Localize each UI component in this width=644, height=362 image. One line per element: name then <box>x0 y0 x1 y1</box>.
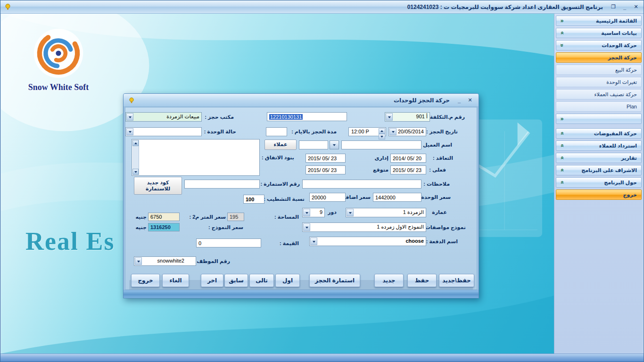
booking-office-combobox[interactable]: مبيعات الزمردة <box>125 112 202 122</box>
amount-input[interactable]: 0 <box>196 239 261 247</box>
chevron-down-icon[interactable] <box>303 223 310 231</box>
model-price-currency: جنيه <box>135 224 147 230</box>
booking-days-label: مدة الحجز بالايام : <box>291 129 337 135</box>
cost-number-label: رقم م.التكلفة : <box>427 114 465 120</box>
scroll-up-icon[interactable] <box>132 140 139 146</box>
unit-price-input[interactable]: 1442000 <box>373 193 421 202</box>
sidebar-item-client-refunds[interactable]: استرداد للعملاء <box>556 140 642 151</box>
dialog-footer <box>124 290 479 298</box>
building-combobox[interactable]: الزمردة 1 <box>346 208 426 217</box>
client-name-input[interactable] <box>341 140 421 149</box>
unit-status-combobox[interactable] <box>125 127 202 136</box>
window-controls: ❐ _ ✕ <box>609 3 641 11</box>
sidebar-item-main-menu[interactable]: القائمة الرئيسية <box>556 16 642 26</box>
sidebar-item-plan[interactable]: Plan <box>556 101 642 112</box>
notes-input[interactable] <box>302 180 421 189</box>
spec-model-value: النموذج الاول زمرده 1 <box>377 224 424 230</box>
sidebar-item-sale-movement[interactable]: حركة البيع <box>556 65 642 75</box>
scrollbar[interactable] <box>132 140 139 175</box>
dialog-icon <box>127 96 136 105</box>
area-value: 195 <box>230 214 238 220</box>
booking-time-value: 12:00 P <box>351 129 369 134</box>
client-name-label: اسم العميل : <box>420 142 452 148</box>
employee-number-label: رقم الموظف : <box>193 258 230 264</box>
booking-dialog: حركة الحجز للوحدات _ ✕ رقم م.التكلفة : 9… <box>123 93 479 298</box>
chevron-down-icon[interactable] <box>310 238 317 245</box>
finishing-input[interactable]: 100 <box>243 195 264 204</box>
clients-button-label: عملاء <box>274 141 288 148</box>
chevron-down-icon[interactable] <box>135 257 142 265</box>
sidebar-item-reports[interactable]: تقارير <box>556 153 642 163</box>
next-button[interactable]: تالى <box>249 274 274 287</box>
time-spinner-buttons[interactable] <box>379 128 385 135</box>
floor-combobox[interactable]: 9 <box>302 208 325 217</box>
sidebar-item-client-classification[interactable]: حركة تصنيف العملاء <box>556 89 642 99</box>
previous-button[interactable]: سابق <box>224 274 248 287</box>
extra-price-input[interactable]: 20000 <box>309 193 346 202</box>
form-number-input[interactable] <box>184 180 260 189</box>
sidebar-item-unit-changes[interactable]: تغيرات الوحدة <box>556 77 642 87</box>
spec-model-combobox[interactable]: النموذج الاول زمرده 1 <box>302 222 426 232</box>
clients-button[interactable]: عملاء <box>264 140 297 150</box>
contract-admin-date-input[interactable]: 2015/ 05/ 23 <box>305 154 346 163</box>
chevron-down-icon[interactable] <box>386 113 393 121</box>
unit-code-combobox[interactable]: 901 أ <box>385 112 430 122</box>
expected-date-input[interactable]: 2015/ 05/ 23 <box>305 165 346 174</box>
client-dropdown-button[interactable] <box>330 140 339 149</box>
scroll-down-icon[interactable] <box>132 169 139 175</box>
sidebar-item-label: Plan <box>627 104 637 109</box>
employee-combobox[interactable]: snowwhite2 <box>134 256 196 266</box>
meter-price-value: 6750 <box>150 214 162 220</box>
actual-date-input[interactable]: 2015/ 05/ 23 <box>390 165 426 174</box>
cost-code-input[interactable]: 12210130131 <box>267 112 347 121</box>
booking-time-spinner[interactable]: 12:00 P <box>348 127 386 136</box>
spec-model-label: نموذج مواصفات : <box>422 224 466 230</box>
app-icon <box>3 3 12 11</box>
booking-form-label: استمارة الحجز <box>315 277 355 284</box>
chevron-down-icon[interactable] <box>303 209 310 216</box>
booking-form-button[interactable]: استمارة الحجز <box>309 274 360 287</box>
booking-date-picker[interactable]: 20/05/2014 <box>388 127 426 136</box>
sidebar-item-label: حركة البيع <box>615 67 637 73</box>
chevron-down-icon[interactable] <box>347 209 354 216</box>
chevron-down-icon[interactable] <box>126 113 133 121</box>
contract-date-input[interactable]: 2014/ 05/ 20 <box>390 154 426 163</box>
meter-price-currency: جنيه <box>135 214 147 220</box>
first-button[interactable]: اول <box>275 274 300 287</box>
close-button[interactable]: ✕ <box>631 3 641 11</box>
exit-button[interactable]: خروج <box>131 274 160 287</box>
dialog-body: رقم م.التكلفة : 901 أ 12210130131 مكتب ح… <box>125 107 477 290</box>
chevron-down-icon[interactable] <box>126 128 133 135</box>
agreement-terms-textarea[interactable] <box>132 139 260 176</box>
minimize-button[interactable]: _ <box>620 3 629 11</box>
dialog-minimize-button[interactable]: _ <box>454 97 464 104</box>
save-label: حفظ <box>415 277 429 284</box>
sidebar-item-units-movement[interactable]: حركة الوحدات <box>556 40 642 50</box>
save-new-button[interactable]: حفظ\جديد <box>439 274 474 287</box>
sidebar-item-basic-data[interactable]: بيانات اساسية <box>556 28 642 38</box>
model-price-input: 1316250 <box>148 223 180 231</box>
new-button[interactable]: جديد <box>374 274 404 287</box>
last-button[interactable]: اخر <box>201 274 223 287</box>
sidebar-collapse-row[interactable] <box>556 114 642 124</box>
cancel-button[interactable]: الغاء <box>162 274 189 287</box>
booking-days-input[interactable] <box>266 127 287 136</box>
amount-label: القيمة : <box>280 240 299 247</box>
sidebar-item-supervision[interactable]: الاشراف على البرنامج <box>556 165 642 175</box>
client-code-input[interactable] <box>299 140 328 149</box>
maximize-button[interactable]: ❐ <box>609 3 618 11</box>
dialog-close-button[interactable]: ✕ <box>465 97 475 104</box>
finishing-value: 100 <box>246 197 254 202</box>
sidebar-item-about[interactable]: حول البرنامج <box>556 177 642 188</box>
sidebar-item-booking-movement[interactable]: حركة الحجز <box>556 52 642 63</box>
sidebar-item-exit[interactable]: خروج <box>556 189 642 200</box>
chevron-down-icon[interactable] <box>389 128 396 135</box>
save-button[interactable]: حفظ <box>407 274 437 287</box>
sidebar-item-receipts[interactable]: حركة المقبوضات <box>556 128 642 139</box>
spin-up-icon[interactable] <box>379 128 385 134</box>
new-form-code-button[interactable]: كود جديد للاستمارة <box>134 177 182 195</box>
spin-down-icon[interactable] <box>379 134 385 140</box>
booking-office-value: مبيعات الزمردة <box>166 114 199 120</box>
batch-name-combobox[interactable]: choose <box>309 237 426 246</box>
chevron-up-icon <box>559 42 565 49</box>
